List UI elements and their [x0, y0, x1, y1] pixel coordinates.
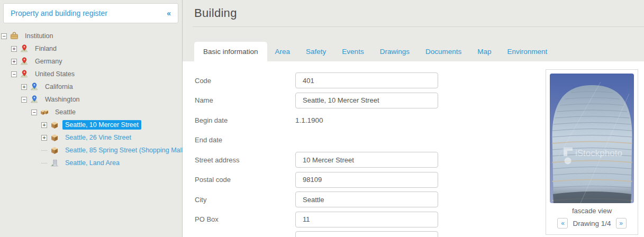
tab-environment[interactable]: Environment — [499, 42, 555, 61]
street-address-input[interactable] — [295, 152, 438, 168]
building-photo: iStockphoto — [550, 74, 634, 203]
field-label: City — [195, 196, 295, 204]
expand-expander-icon[interactable]: + — [11, 59, 17, 65]
tree-item-label: Seattle, Land Area — [62, 158, 122, 168]
tree-connector — [41, 163, 47, 163]
field-label: PO Box — [195, 215, 295, 223]
tree-item-washington[interactable]: − Washington — [0, 93, 182, 106]
tab-documents[interactable]: Documents — [418, 42, 469, 61]
drawing-pager: « Drawing 1/4 » — [550, 218, 634, 229]
po-box-input[interactable] — [295, 212, 438, 227]
collapse-expander-icon[interactable]: − — [1, 33, 7, 39]
expand-expander-icon[interactable]: + — [41, 135, 47, 141]
drawing-pager-label: Drawing 1/4 — [573, 220, 611, 227]
expand-expander-icon[interactable]: + — [21, 84, 27, 90]
building-icon — [50, 146, 59, 154]
previous-drawing-button[interactable]: « — [557, 218, 568, 229]
tree-item-germany[interactable]: + Germany — [0, 55, 182, 68]
tree-item-label: Seattle, 26 Vine Street — [62, 133, 134, 142]
tab-basic-information[interactable]: Basic information — [194, 42, 267, 61]
app-window: Property and building register « − Insti… — [0, 0, 644, 237]
tree-connector — [41, 150, 47, 151]
tree-item-label: California — [42, 82, 76, 92]
field-label: Country — [195, 235, 295, 237]
field-label: Name — [195, 96, 295, 104]
map-pin-blue-icon — [30, 83, 39, 91]
field-label: Begin date — [195, 116, 295, 124]
field-label: Postal code — [195, 176, 295, 184]
tab-events[interactable]: Events — [334, 42, 371, 61]
city-input[interactable] — [295, 192, 438, 207]
country-input[interactable] — [295, 231, 438, 237]
tree-item-finland[interactable]: + Finland — [0, 42, 182, 55]
tree-item-seattle-85-spring-street-shopping-mall[interactable]: Seattle, 85 Spring Street (Shopping Mall… — [0, 144, 182, 157]
tree-item-label: Finland — [32, 44, 59, 53]
map-pin-red-icon — [20, 70, 29, 78]
tab-bar: Basic informationAreaSafetyEventsDrawing… — [183, 42, 644, 61]
tree-item-label: Seattle — [52, 107, 78, 117]
sidebar-header: Property and building register « — [3, 3, 178, 23]
main-panel: Building Basic informationAreaSafetyEven… — [183, 0, 644, 237]
tree-view: − Institution + Finland + Germany − Unit… — [0, 30, 182, 169]
field-label: Code — [195, 77, 295, 85]
tab-drawings[interactable]: Drawings — [372, 42, 418, 61]
sidebar: Property and building register « − Insti… — [0, 0, 183, 237]
next-drawing-button[interactable]: » — [616, 218, 627, 229]
map-pin-red-icon — [20, 44, 29, 53]
tree-item-california[interactable]: + California — [0, 80, 182, 93]
building-icon — [50, 133, 59, 142]
photo-panel: iStockphoto fascade view « Drawing 1/4 » — [546, 69, 638, 235]
expand-expander-icon[interactable]: + — [41, 122, 47, 128]
tab-safety[interactable]: Safety — [298, 42, 334, 61]
tree-item-label: Seattle, 10 Mercer Street — [62, 120, 141, 130]
page-title: Building — [194, 6, 644, 20]
tree-item-seattle-26-vine-street[interactable]: + Seattle, 26 Vine Street — [0, 131, 182, 144]
tree-item-label: Institution — [22, 31, 56, 41]
building-icon — [50, 121, 59, 129]
title-divider — [193, 26, 644, 27]
tab-map[interactable]: Map — [469, 42, 499, 61]
tree-item-label: Germany — [32, 57, 65, 66]
tree-item-seattle-10-mercer-street[interactable]: + Seattle, 10 Mercer Street — [0, 118, 182, 131]
tree-item-label: Seattle, 85 Spring Street (Shopping Mall… — [62, 145, 188, 155]
name-input[interactable] — [295, 93, 438, 108]
field-label: End date — [195, 136, 295, 144]
tree-item-label: Washington — [42, 95, 83, 104]
collapse-expander-icon[interactable]: − — [11, 71, 17, 77]
tree-item-seattle[interactable]: − Seattle — [0, 106, 182, 118]
collapse-expander-icon[interactable]: − — [21, 97, 27, 103]
city-icon — [40, 108, 49, 116]
tree-item-label: United States — [32, 69, 77, 79]
tree-item-institution[interactable]: − Institution — [0, 30, 182, 42]
tree-item-united-states[interactable]: − United States — [0, 68, 182, 80]
photo-caption: fascade view — [550, 207, 634, 215]
code-input[interactable] — [295, 72, 438, 88]
begin-date-value: 1.1.1900 — [295, 116, 323, 124]
photo-watermark: iStockphoto — [575, 148, 622, 158]
map-pin-blue-icon — [30, 95, 39, 104]
tab-content: Code Name Begin date 1.1.1900 End date S… — [183, 61, 644, 237]
tab-area[interactable]: Area — [267, 42, 298, 61]
map-pin-red-icon — [20, 57, 29, 66]
institution-icon — [10, 32, 19, 40]
postal-code-input[interactable] — [295, 172, 438, 188]
sidebar-collapse-button[interactable]: « — [167, 9, 171, 17]
land-area-icon — [50, 159, 59, 167]
collapse-expander-icon[interactable]: − — [31, 110, 37, 115]
field-label: Street address — [195, 156, 295, 164]
expand-expander-icon[interactable]: + — [11, 46, 17, 52]
tree-item-seattle-land-area[interactable]: Seattle, Land Area — [0, 157, 182, 169]
sidebar-title: Property and building register — [11, 9, 107, 17]
